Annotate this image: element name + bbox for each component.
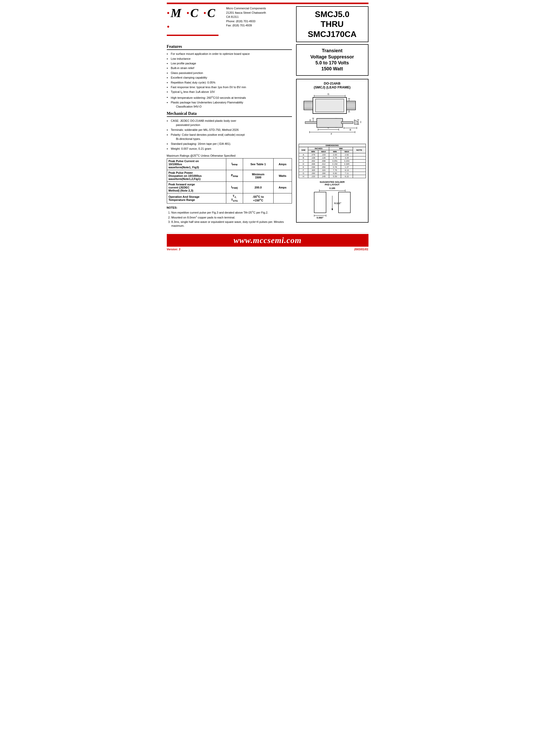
svg-rect-48 [314, 192, 326, 213]
dim-cell: 1.27 [341, 165, 353, 169]
dim-cell: .305 [308, 169, 318, 172]
mechanical-header: Mechanical Data [167, 111, 292, 117]
part-number: SMCJ5.0THRUSMCJ170CA [308, 10, 356, 39]
footer-line: Version: 3 2003/01/01 [167, 247, 369, 252]
dim-cell: 3.25 [341, 156, 353, 159]
dim-cell: 6.22 [341, 175, 353, 178]
mech-item: Weight: 0.007 ounce, 0.21 gram [167, 147, 292, 151]
svg-text:D: D [309, 119, 311, 122]
notes-list: Non-repetitive current pulse per Fig.3 a… [167, 210, 292, 228]
feature-item: Repetition Rate( duty cycle): 0.05% [167, 81, 292, 85]
svg-rect-10 [304, 101, 313, 110]
dim-cell: .008 [318, 159, 329, 162]
dim-max: MAX [318, 150, 329, 153]
dim-cell: .006 [308, 162, 318, 165]
right-column: TransientVoltage Suppressor5.0 to 170 Vo… [296, 44, 369, 229]
dim-cell [353, 165, 366, 169]
svg-rect-41 [305, 122, 317, 124]
dim-cell: 0.152 [329, 162, 341, 165]
dim-cell [353, 153, 366, 156]
svg-rect-42 [341, 122, 353, 124]
dim-cell: .245 [318, 175, 329, 178]
svg-rect-40 [317, 118, 343, 127]
svg-text:0.060": 0.060" [317, 216, 324, 219]
dim-cell: .079 [308, 153, 318, 156]
logo: ·M ·C ·C · [167, 6, 224, 34]
dim-row: F.305.3207.758.13 [299, 169, 366, 172]
solder-pad-section: SUGGESTED SOLDERPAD LAYOUT 0.185 [299, 181, 366, 220]
dim-cell: D [299, 162, 308, 165]
dim-cell: .128 [318, 156, 329, 159]
notes-section: NOTES: Non-repetitive current pulse per … [167, 206, 292, 228]
feature-item: Built-in strain relief [167, 66, 292, 70]
version-text: Version: 3 [167, 248, 181, 251]
main-columns: Features For surface mount application i… [167, 44, 369, 229]
dim-cell: 0.305 [341, 162, 353, 165]
bottom-bar: www.mccsemi.com Version: 3 2003/01/01 [167, 233, 369, 252]
dim-row: H.220.2455.596.22 [299, 175, 366, 178]
dim-cell: .002 [308, 159, 318, 162]
feature-item: Typical I0 less than 1uA above 10V [167, 90, 292, 95]
dim-cell: .030 [308, 165, 318, 169]
logo-dot1: · [167, 7, 171, 20]
dim-cell [353, 159, 366, 162]
rating-symbol: IFSM) [226, 182, 243, 193]
dim-row: B.108.1282.753.25 [299, 156, 366, 159]
solder-pad-diagram: 0.185 0.121" 0.060" [306, 186, 358, 219]
table-row: Peak Pulse PowerDisspation on 10/1000usw… [167, 170, 292, 182]
dim-col-dm: D/M [299, 147, 308, 153]
feature-item: Low inductance [167, 57, 292, 61]
dim-row: G.260.2806.607.11 [299, 172, 366, 175]
dim-cell: E [299, 165, 308, 169]
package-box: DO-214AB (SMCJ) (LEAD FRAME) G H [296, 79, 369, 223]
transient-title: TransientVoltage Suppressor5.0 to 170 Vo… [310, 48, 354, 71]
dim-cell: .012 [318, 162, 329, 165]
feature-item: Glass passivated junction [167, 71, 292, 75]
table-row: Peak forward surgecurrent (JEDECMethod) … [167, 182, 292, 193]
header: ·M ·C ·C · Micro Commercial Components 2… [167, 6, 369, 42]
svg-marker-51 [331, 209, 333, 210]
ratings-table: Peak Pulse Current on10/1000uswaveform(N… [167, 158, 292, 204]
features-header: Features [167, 44, 292, 50]
solder-pad-title: SUGGESTED SOLDERPAD LAYOUT [299, 181, 366, 186]
logo-dot2: · [186, 7, 190, 20]
dim-min-mm: MIN [329, 150, 341, 153]
dim-cell: F [299, 169, 308, 172]
dim-cell: A [299, 153, 308, 156]
svg-text:B: B [349, 128, 351, 131]
part-number-box: SMCJ5.0THRUSMCJ170CA [296, 6, 369, 42]
company-name: Micro Commercial Components [226, 6, 296, 11]
dim-row: A.079.1032.002.62 [299, 153, 366, 156]
rating-value: Minimum1500 [243, 170, 273, 182]
dim-row: E.030.0500.761.27 [299, 165, 366, 169]
dim-col-note: NOTE [353, 147, 366, 153]
website-bar: www.mccsemi.com [167, 234, 369, 247]
rating-unit: Amps [273, 182, 292, 193]
dim-cell: 5.59 [329, 175, 341, 178]
feature-item: For surface mount application in order t… [167, 52, 292, 56]
rating-symbol: TJ,TSTG [226, 193, 243, 203]
note-item: 8.3ms, single half sine-wave or equivale… [171, 220, 292, 228]
svg-text:C: C [360, 121, 362, 123]
dimensions-table: DIMENSIONS D/M INCHES MM NOTE MIN MAX MI… [299, 144, 366, 178]
transient-box: TransientVoltage Suppressor5.0 to 170 Vo… [296, 44, 369, 76]
logo-dot4: · [167, 20, 171, 33]
feature-item: Fast response time: typical less than 1p… [167, 85, 292, 89]
rating-unit: Watts [273, 170, 292, 182]
note-item: Non-repetitive current pulse per Fig.3 a… [171, 210, 292, 214]
rating-desc: Peak Pulse Current on10/1000uswaveform(N… [167, 158, 226, 170]
dim-col-mm: MM [329, 147, 353, 150]
rating-desc: Peak forward surgecurrent (JEDECMethod) … [167, 182, 226, 193]
company-phone: Phone: (818) 701-4933 [226, 19, 296, 23]
rating-symbol: IPPM [226, 158, 243, 170]
svg-text:F: F [331, 133, 332, 135]
dim-row: D.006.0120.1520.305 [299, 162, 366, 165]
dim-cell: .220 [308, 175, 318, 178]
notes-title: NOTES: [167, 206, 292, 209]
dim-cell: B [299, 156, 308, 159]
max-ratings-note: Maximum Ratings @25OC Unless Otherwise S… [167, 154, 292, 157]
company-info: Micro Commercial Components 21201 Itasca… [224, 6, 296, 28]
svg-rect-9 [316, 99, 344, 112]
dim-cell: 6.60 [329, 172, 341, 175]
feature-item: High temperature soldering: 260OC/10 sec… [167, 96, 292, 100]
